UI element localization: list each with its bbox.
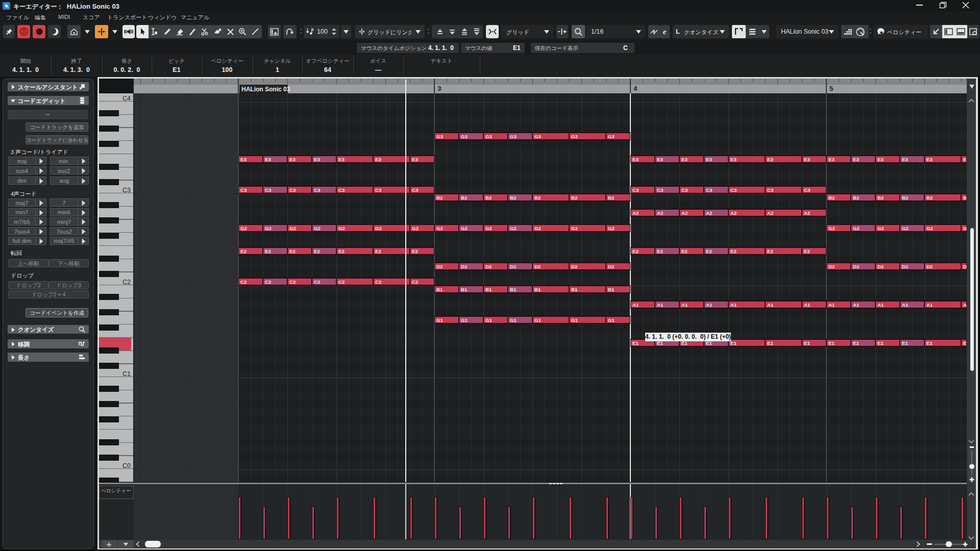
svg-text:B2: B2	[534, 195, 541, 201]
svg-text:A2: A2	[804, 210, 810, 216]
svg-text:G2: G2	[314, 226, 321, 231]
svg-text:D2: D2	[571, 264, 577, 269]
svg-text:ベロシティー: ベロシティー	[101, 488, 131, 493]
svg-text:C3: C3	[767, 187, 773, 193]
svg-text:D2: D2	[461, 264, 467, 269]
svg-text:E1: E1	[730, 340, 737, 346]
svg-text:C3: C3	[632, 187, 639, 193]
svg-text:B2: B2	[510, 195, 516, 201]
svg-text:E3: E3	[657, 157, 663, 162]
svg-text:E3: E3	[265, 157, 271, 162]
svg-text:E3: E3	[828, 157, 835, 162]
svg-text:G2: G2	[510, 226, 517, 231]
svg-text:A1: A1	[681, 302, 688, 308]
svg-text:E2: E2	[375, 248, 381, 254]
svg-text:D2: D2	[485, 264, 492, 269]
svg-text:B1: B1	[461, 287, 468, 292]
svg-text:A1: A1	[767, 302, 774, 308]
svg-text:E2: E2	[289, 248, 296, 254]
svg-text:G3: G3	[608, 134, 615, 139]
svg-text:G2: G2	[436, 226, 443, 231]
svg-text:E3: E3	[926, 157, 933, 162]
svg-text:A2: A2	[706, 210, 712, 216]
svg-text:G2: G2	[375, 226, 382, 231]
svg-text:E3: E3	[902, 157, 908, 162]
svg-text:A1: A1	[657, 302, 664, 308]
svg-text:C2: C2	[122, 279, 131, 286]
svg-text:E2: E2	[681, 248, 688, 254]
svg-text:B2: B2	[828, 195, 835, 201]
svg-text:A1: A1	[902, 302, 909, 308]
svg-text:G1: G1	[534, 317, 541, 323]
svg-text:D2: D2	[853, 264, 859, 269]
svg-text:C3: C3	[804, 187, 810, 193]
svg-text:A1: A1	[828, 302, 835, 308]
svg-text:G2: G2	[853, 226, 860, 231]
svg-text:E2: E2	[265, 248, 271, 254]
svg-text:E1: E1	[853, 340, 859, 346]
svg-text:C3: C3	[730, 187, 737, 193]
svg-text:A1: A1	[877, 302, 884, 308]
svg-text:B2: B2	[436, 195, 443, 201]
svg-text:B2: B2	[902, 195, 908, 201]
svg-text:E3: E3	[877, 157, 884, 162]
svg-text:A2: A2	[657, 210, 663, 216]
svg-text:C3: C3	[706, 187, 712, 193]
svg-text:E1: E1	[877, 340, 884, 346]
svg-text:G3: G3	[461, 134, 468, 139]
svg-text:3: 3	[437, 85, 442, 92]
svg-text:E2: E2	[767, 248, 773, 254]
svg-text:D2: D2	[926, 264, 933, 269]
svg-text:D2: D2	[902, 264, 908, 269]
svg-text:E3: E3	[289, 157, 296, 162]
svg-text:A2: A2	[681, 210, 688, 216]
svg-text:D2: D2	[436, 264, 443, 269]
svg-text:E2: E2	[240, 248, 247, 254]
svg-text:A2: A2	[730, 210, 737, 216]
svg-text:E3: E3	[706, 157, 712, 162]
svg-text:E3: E3	[632, 157, 639, 162]
svg-text:G2: G2	[534, 226, 541, 231]
svg-text:C3: C3	[681, 187, 688, 193]
svg-text:E3: E3	[412, 157, 418, 162]
svg-text:C3: C3	[289, 187, 296, 193]
svg-text:A1: A1	[926, 302, 933, 308]
svg-text:A1: A1	[853, 302, 860, 308]
svg-text:E1: E1	[926, 340, 933, 346]
svg-text:B2: B2	[571, 195, 577, 201]
svg-text:C2: C2	[338, 279, 345, 285]
svg-text:E2: E2	[657, 248, 663, 254]
svg-text:C3: C3	[240, 187, 247, 193]
svg-text:G1: G1	[571, 317, 578, 323]
svg-text:B2: B2	[608, 195, 614, 201]
svg-text:C3: C3	[375, 187, 381, 193]
svg-text:C2: C2	[412, 279, 418, 285]
svg-text:E1: E1	[804, 340, 810, 346]
svg-text:A2: A2	[767, 210, 773, 216]
svg-text:E3: E3	[240, 157, 247, 162]
svg-text:B1: B1	[485, 287, 492, 292]
svg-text:G2: G2	[902, 226, 909, 231]
svg-text:E2: E2	[314, 248, 320, 254]
svg-text:E2: E2	[706, 248, 712, 254]
svg-text:4: 4	[633, 85, 638, 92]
svg-text:G2: G2	[412, 226, 419, 231]
svg-text:E2: E2	[338, 248, 345, 254]
svg-text:C3: C3	[338, 187, 345, 193]
svg-text:B1: B1	[436, 287, 443, 292]
svg-text:C3: C3	[122, 187, 131, 194]
svg-text:E3: E3	[804, 157, 810, 162]
svg-text:G2: G2	[338, 226, 345, 231]
svg-text:G1: G1	[461, 317, 468, 323]
svg-text:A1: A1	[632, 302, 639, 308]
svg-text:G2: G2	[289, 226, 296, 231]
svg-text:E3: E3	[730, 157, 737, 162]
svg-text:E3: E3	[681, 157, 688, 162]
svg-text:A1: A1	[804, 302, 811, 308]
svg-text:HALion Sonic 03: HALion Sonic 03	[241, 86, 290, 93]
svg-text:e: e	[663, 28, 667, 35]
svg-text:A2: A2	[632, 210, 639, 216]
svg-text:E2: E2	[804, 248, 810, 254]
svg-text:E3: E3	[375, 157, 381, 162]
svg-text:D2: D2	[510, 264, 516, 269]
